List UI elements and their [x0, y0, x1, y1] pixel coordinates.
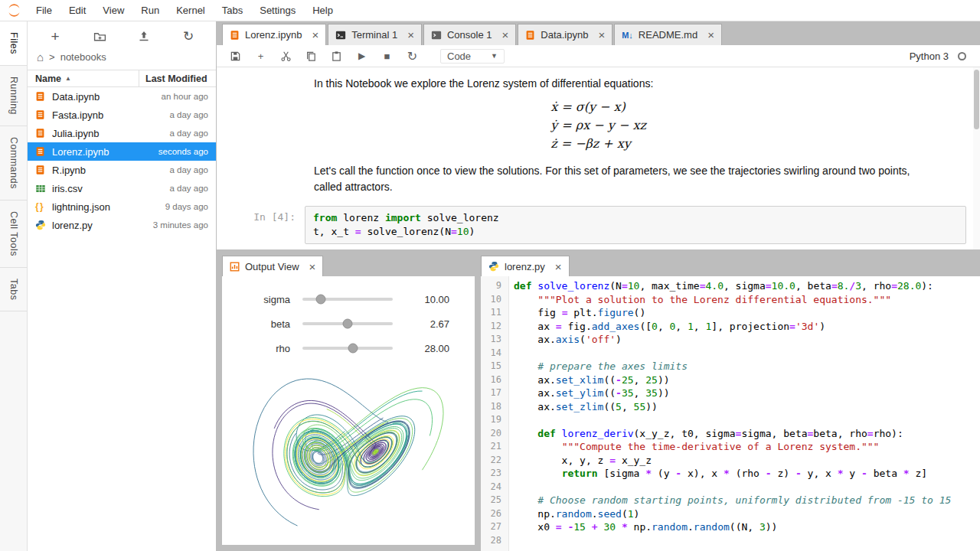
restart-kernel-button[interactable]: ↻ [406, 50, 419, 63]
tab-terminal-1[interactable]: Terminal 1× [328, 24, 422, 45]
code-text[interactable]: def solve_lorenz(N=10, max_time=4.0, sig… [508, 279, 933, 293]
code-text[interactable]: np.random.seed(1) [508, 507, 639, 521]
column-header-name[interactable]: Name ▲ [28, 70, 139, 86]
tab-output-view[interactable]: Output View × [222, 256, 323, 276]
close-icon[interactable]: × [502, 29, 509, 41]
scrollbar-track[interactable] [973, 67, 980, 249]
menu-settings[interactable]: Settings [251, 0, 304, 21]
file-modified: an hour ago [138, 92, 208, 101]
scrollbar-thumb[interactable] [974, 70, 979, 129]
output-view-icon [230, 262, 240, 272]
upload-button[interactable] [136, 28, 152, 44]
code-text[interactable]: ax.set_xlim((-25, 25)) [508, 373, 670, 387]
menu-kernel[interactable]: Kernel [168, 0, 214, 21]
code-text[interactable]: ax.set_zlim((5, 55)) [508, 400, 658, 414]
menu-view[interactable]: View [94, 0, 132, 21]
column-header-last-modified[interactable]: Last Modified [139, 73, 216, 84]
copy-cells-button[interactable] [305, 50, 318, 63]
file-row[interactable]: Fasta.ipynba day ago [28, 106, 216, 124]
menu-tabs[interactable]: Tabs [214, 0, 251, 21]
run-button[interactable]: ▶ [355, 50, 368, 63]
code-text[interactable]: x0 = -15 + 30 * np.random.random((N, 3)) [508, 520, 777, 534]
sidebar-tab-commands[interactable]: Commands [0, 126, 27, 201]
code-text[interactable]: x, y, z = x_y_z [508, 454, 652, 468]
breadcrumb: ⌂ > notebooks [28, 51, 216, 70]
equation-line: ż = −βz + xy [550, 135, 646, 153]
file-row[interactable]: { }lightning.json9 days ago [28, 197, 216, 216]
code-text[interactable]: # Choose random starting points, uniform… [508, 494, 951, 507]
tab-lorenz-ipynb[interactable]: Lorenz.ipynb× [222, 24, 326, 45]
editor-body[interactable]: 9def solve_lorenz(N=10, max_time=4.0, si… [481, 276, 980, 551]
cell-type-dropdown[interactable]: Code ▼ [440, 49, 505, 64]
breadcrumb-folder[interactable]: notebooks [60, 51, 106, 63]
file-row[interactable]: Data.ipynban hour ago [28, 87, 216, 106]
code-text[interactable]: return [sigma * (y - x), x * (rho - z) -… [508, 467, 927, 481]
main-tab-bar: Lorenz.ipynb×Terminal 1×Console 1×Data.i… [217, 21, 980, 45]
kernel-name[interactable]: Python 3 [910, 51, 949, 62]
new-folder-button[interactable] [92, 28, 107, 44]
stop-button[interactable]: ■ [381, 50, 394, 63]
notebook-icon [525, 30, 535, 41]
tab-data-ipynb[interactable]: Data.ipynb× [518, 24, 612, 45]
slider-beta: beta2.67 [222, 311, 475, 336]
file-row[interactable]: Julia.ipynba day ago [28, 124, 216, 142]
file-row[interactable]: R.ipynba day ago [28, 161, 216, 179]
file-name: Data.ipynb [52, 91, 138, 103]
close-icon[interactable]: × [309, 261, 316, 272]
sidebar-tab-files[interactable]: Files [0, 21, 27, 66]
close-icon[interactable]: × [407, 29, 414, 41]
tab-readme-md[interactable]: M↓README.md× [614, 24, 722, 45]
tab-lorenz-py[interactable]: lorenz.py × [481, 256, 570, 276]
add-cell-button[interactable]: + [254, 50, 267, 63]
menu-help[interactable]: Help [304, 0, 341, 21]
code-text[interactable]: ax = fig.add_axes([0, 0, 1, 1], projecti… [508, 320, 825, 334]
menu-edit[interactable]: Edit [60, 0, 94, 21]
close-icon[interactable]: × [598, 29, 605, 41]
menu-file[interactable]: File [28, 0, 60, 21]
slider-track[interactable] [302, 347, 393, 350]
sidebar-tab-cell-tools[interactable]: Cell Tools [0, 201, 27, 268]
file-row[interactable]: lorenz.py3 minutes ago [28, 216, 216, 234]
code-line: t, x_t = solve_lorenz(N=10) [313, 225, 958, 239]
slider-handle[interactable] [315, 295, 325, 305]
editor-line: 9def solve_lorenz(N=10, max_time=4.0, si… [481, 279, 980, 293]
code-text[interactable]: """Plot a solution to the Lorenz differe… [508, 293, 891, 307]
code-text[interactable]: ax.axis('off') [508, 333, 622, 347]
sidebar-tab-tabs[interactable]: Tabs [0, 268, 27, 311]
code-text[interactable] [508, 534, 514, 548]
save-button[interactable] [229, 50, 242, 63]
refresh-button[interactable]: ↻ [181, 28, 196, 44]
code-text[interactable]: fig = plt.figure() [508, 306, 645, 320]
code-text[interactable] [508, 347, 514, 360]
code-text[interactable] [508, 413, 514, 427]
tab-console-1[interactable]: Console 1× [423, 24, 516, 45]
close-icon[interactable]: × [312, 29, 318, 41]
code-text[interactable]: def lorenz_deriv(x_y_z, t0, sigma=sigma,… [508, 427, 903, 441]
close-icon[interactable]: × [707, 29, 714, 41]
line-number: 26 [481, 507, 508, 521]
slider-track[interactable] [302, 298, 393, 301]
cut-cells-button[interactable] [279, 50, 292, 63]
code-text[interactable] [508, 481, 514, 494]
code-text[interactable]: """Compute the time-derivative of a Lore… [508, 440, 879, 454]
new-launcher-button[interactable]: + [47, 28, 63, 44]
menu-run[interactable]: Run [132, 0, 168, 21]
code-text[interactable]: # prepare the axes limits [508, 360, 688, 373]
markdown-paragraph-line: Let's call the function once to view the… [314, 163, 934, 179]
equation-line: ẏ = ρx − y − xz [550, 116, 646, 135]
slider-handle[interactable] [348, 344, 358, 354]
equation-block: ẋ = σ(y − x)ẏ = ρx − y − xzż = −βz + xy [550, 98, 646, 153]
file-modified: 3 minutes ago [138, 220, 208, 230]
code-text[interactable]: ax.set_ylim((-35, 35)) [508, 386, 670, 400]
upload-icon [138, 30, 150, 42]
cell-input[interactable]: from lorenz import solve_lorenzt, x_t = … [305, 206, 966, 244]
sidebar-tab-running[interactable]: Running [0, 66, 27, 126]
file-row[interactable]: Lorenz.ipynbseconds ago [28, 142, 216, 161]
home-icon[interactable]: ⌂ [37, 51, 44, 64]
editor-line: 16 ax.set_xlim((-25, 25)) [481, 373, 980, 387]
paste-cells-button[interactable] [330, 50, 343, 63]
file-row[interactable]: iris.csva day ago [28, 179, 216, 197]
close-icon[interactable]: × [555, 261, 562, 272]
slider-track[interactable] [302, 322, 393, 325]
slider-handle[interactable] [343, 319, 353, 329]
